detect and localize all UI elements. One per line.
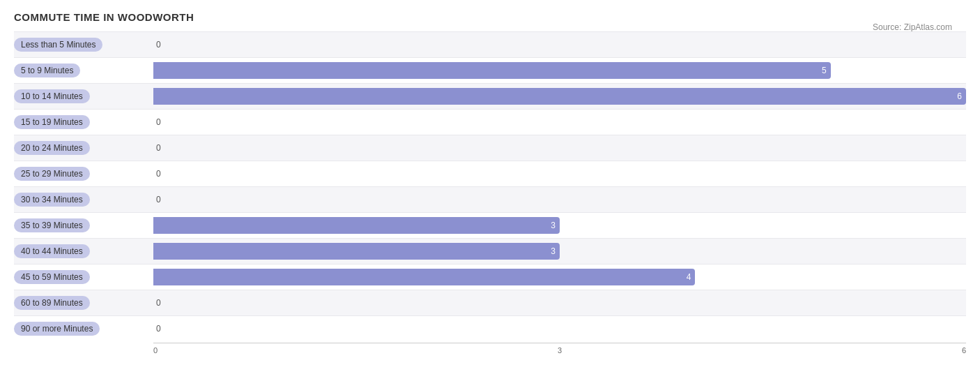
row-label: 25 to 29 Minutes bbox=[14, 167, 90, 181]
table-row: 20 to 24 Minutes0 bbox=[14, 135, 966, 161]
bar-value-zero: 0 bbox=[156, 169, 161, 179]
table-row: 60 to 89 Minutes0 bbox=[14, 290, 966, 315]
bar-value: 3 bbox=[551, 246, 556, 256]
bar-value: 3 bbox=[551, 221, 556, 230]
bar-container: 4 bbox=[153, 265, 966, 290]
table-row: 30 to 34 Minutes0 bbox=[14, 186, 966, 212]
row-label-container: 35 to 39 Minutes bbox=[14, 218, 153, 232]
bar-container: 0 bbox=[153, 110, 966, 135]
bar: 4 bbox=[153, 269, 695, 285]
bar-value-zero: 0 bbox=[156, 298, 161, 308]
row-label: 35 to 39 Minutes bbox=[14, 218, 90, 232]
table-row: 5 to 9 Minutes5 bbox=[14, 57, 966, 83]
row-label-container: 25 to 29 Minutes bbox=[14, 167, 153, 181]
x-axis-tick: 0 bbox=[153, 346, 424, 355]
bar: 3 bbox=[153, 217, 560, 234]
row-label: 15 to 19 Minutes bbox=[14, 115, 90, 129]
row-label-container: 45 to 59 Minutes bbox=[14, 270, 153, 284]
bar-value-zero: 0 bbox=[156, 40, 161, 50]
row-label-container: 60 to 89 Minutes bbox=[14, 296, 153, 310]
row-label: 90 or more Minutes bbox=[14, 322, 100, 336]
row-label-container: 30 to 34 Minutes bbox=[14, 193, 153, 207]
bar-container: 3 bbox=[153, 239, 966, 264]
x-axis: 036 bbox=[153, 343, 966, 355]
table-row: Less than 5 Minutes0 bbox=[14, 31, 966, 57]
table-row: 40 to 44 Minutes3 bbox=[14, 238, 966, 264]
row-label: 45 to 59 Minutes bbox=[14, 270, 90, 284]
table-row: 45 to 59 Minutes4 bbox=[14, 264, 966, 290]
table-row: 90 or more Minutes0 bbox=[14, 315, 966, 341]
row-label-container: 20 to 24 Minutes bbox=[14, 141, 153, 155]
bar-value: 6 bbox=[957, 91, 962, 101]
table-row: 25 to 29 Minutes0 bbox=[14, 161, 966, 186]
chart-area: Less than 5 Minutes05 to 9 Minutes510 to… bbox=[14, 31, 966, 341]
row-label: 30 to 34 Minutes bbox=[14, 193, 90, 207]
row-label: 10 to 14 Minutes bbox=[14, 89, 90, 103]
row-label-container: Less than 5 Minutes bbox=[14, 38, 153, 52]
row-label-container: 40 to 44 Minutes bbox=[14, 244, 153, 258]
bar-value: 5 bbox=[822, 66, 827, 75]
row-label: 60 to 89 Minutes bbox=[14, 296, 90, 310]
bar-value-zero: 0 bbox=[156, 143, 161, 153]
bar: 3 bbox=[153, 243, 560, 260]
row-label-container: 10 to 14 Minutes bbox=[14, 89, 153, 103]
bar-container: 0 bbox=[153, 290, 966, 315]
row-label-container: 5 to 9 Minutes bbox=[14, 64, 153, 77]
row-label: 5 to 9 Minutes bbox=[14, 64, 80, 77]
table-row: 35 to 39 Minutes3 bbox=[14, 212, 966, 238]
bar-value-zero: 0 bbox=[156, 117, 161, 127]
x-axis-tick: 6 bbox=[695, 346, 966, 355]
bar-container: 0 bbox=[153, 135, 966, 161]
bar-container: 3 bbox=[153, 213, 966, 238]
row-label-container: 15 to 19 Minutes bbox=[14, 115, 153, 129]
x-axis-tick: 3 bbox=[424, 346, 696, 355]
row-label: 20 to 24 Minutes bbox=[14, 141, 90, 155]
row-label: 40 to 44 Minutes bbox=[14, 244, 90, 258]
table-row: 10 to 14 Minutes6 bbox=[14, 83, 966, 109]
table-row: 15 to 19 Minutes0 bbox=[14, 109, 966, 135]
bar-value: 4 bbox=[687, 272, 691, 282]
bar-container: 0 bbox=[153, 187, 966, 212]
source-label: Source: ZipAtlas.com bbox=[873, 22, 952, 32]
bar-container: 0 bbox=[153, 316, 966, 341]
bar-container: 5 bbox=[153, 58, 966, 83]
bar-container: 6 bbox=[153, 84, 966, 109]
bar-value-zero: 0 bbox=[156, 324, 161, 334]
bar: 6 bbox=[153, 88, 966, 105]
bar-container: 0 bbox=[153, 161, 966, 186]
bar: 5 bbox=[153, 62, 831, 79]
row-label: Less than 5 Minutes bbox=[14, 38, 102, 52]
bar-container: 0 bbox=[153, 32, 966, 57]
bar-value-zero: 0 bbox=[156, 195, 161, 204]
chart-title: COMMUTE TIME IN WOODWORTH bbox=[14, 11, 966, 23]
row-label-container: 90 or more Minutes bbox=[14, 322, 153, 336]
